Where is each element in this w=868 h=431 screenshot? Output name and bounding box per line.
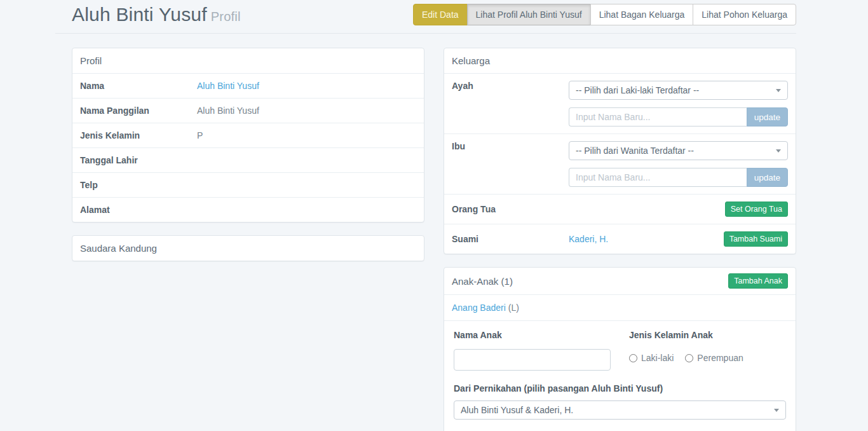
child-name-link[interactable]: Anang Baderi: [452, 303, 506, 313]
father-update-button[interactable]: update: [747, 107, 788, 127]
family-row-suami: Suami Kaderi, H. Tambah Suami: [444, 224, 796, 254]
children-panel-title: Anak-Anak (1): [452, 276, 513, 287]
profile-row-nama: Nama Aluh Binti Yusuf: [72, 73, 424, 98]
profile-panel: Profil Nama Aluh Binti Yusuf Nama Panggi…: [72, 48, 424, 222]
child-name-field-group: Nama Anak: [454, 330, 611, 371]
child-gender-suffix: (L): [506, 303, 519, 313]
laki-laki-radio[interactable]: [629, 354, 637, 362]
marriage-label: Dari Pernikahan (pilih pasangan Aluh Bin…: [454, 383, 786, 393]
mother-name-input[interactable]: [569, 168, 747, 187]
child-gender-radio-row: Laki-laki Perempuan: [629, 353, 743, 363]
tambah-anak-header-button[interactable]: Tambah Anak: [728, 273, 788, 289]
chevron-down-icon: [776, 149, 781, 153]
header-divider: [55, 33, 796, 34]
lihat-pohon-keluarga-button[interactable]: Lihat Pohon Keluarga: [693, 4, 796, 25]
chevron-down-icon: [776, 89, 781, 92]
family-row-orang-tua: Orang Tua Set Orang Tua: [444, 194, 796, 224]
profile-row-label: Alamat: [80, 205, 197, 215]
child-name-label: Nama Anak: [454, 330, 611, 340]
radio-option-label: Perempuan: [697, 353, 743, 363]
profile-row-nama-panggilan: Nama Panggilan Aluh Binti Yusuf: [72, 98, 424, 123]
profile-row-alamat: Alamat: [72, 197, 424, 222]
lihat-bagan-keluarga-button[interactable]: Lihat Bagan Keluarga: [590, 4, 694, 25]
profile-row-value: Aluh Binti Yusuf: [197, 106, 259, 116]
mother-select-value: -- Pilih dari Wanita Terdaftar --: [576, 146, 694, 156]
chevron-down-icon: [774, 409, 779, 412]
father-select-value: -- Pilih dari Laki-laki Terdaftar --: [576, 85, 699, 95]
page-header: Aluh Binti YusufProfil Edit Data Lihat P…: [72, 0, 796, 25]
radio-option-laki-laki[interactable]: Laki-laki: [629, 353, 674, 363]
child-gender-label: Jenis Kelamin Anak: [629, 330, 743, 340]
child-name-input[interactable]: [454, 349, 611, 371]
page-container: Aluh Binti YusufProfil Edit Data Lihat P…: [72, 0, 796, 431]
profile-row-label: Tanggal Lahir: [80, 155, 197, 165]
profile-row-value: P: [197, 130, 203, 140]
family-row-label: Ayah: [452, 81, 569, 91]
profile-row-telp: Telp: [72, 172, 424, 197]
right-column: Keluarga Ayah -- Pilih dari Laki-laki Te…: [444, 48, 796, 431]
perempuan-radio[interactable]: [685, 354, 693, 362]
father-input-group: update: [569, 107, 788, 127]
family-panel-title: Keluarga: [444, 48, 796, 73]
profile-panel-title: Profil: [72, 48, 424, 73]
child-gender-field-group: Jenis Kelamin Anak Laki-laki Perempuan: [629, 330, 743, 371]
mother-input-group: update: [569, 168, 788, 187]
family-row-label: Ibu: [452, 141, 569, 151]
siblings-panel-title: Saudara Kandung: [72, 236, 424, 261]
children-panel-heading: Anak-Anak (1) Tambah Anak: [444, 268, 796, 294]
marriage-select[interactable]: Aluh Binti Yusuf & Kaderi, H.: [454, 400, 786, 420]
tambah-suami-button[interactable]: Tambah Suami: [724, 231, 788, 247]
family-panel: Keluarga Ayah -- Pilih dari Laki-laki Te…: [444, 48, 796, 254]
children-panel: Anak-Anak (1) Tambah Anak Anang Baderi (…: [444, 267, 796, 431]
profile-row-label: Nama: [80, 81, 197, 91]
family-row-ibu: Ibu -- Pilih dari Wanita Terdaftar -- up…: [444, 133, 796, 194]
family-row-label: Suami: [452, 234, 569, 244]
father-select[interactable]: -- Pilih dari Laki-laki Terdaftar --: [569, 81, 788, 100]
child-list-item: Anang Baderi (L): [444, 294, 796, 320]
father-controls: -- Pilih dari Laki-laki Terdaftar -- upd…: [569, 81, 788, 127]
person-name: Aluh Binti Yusuf: [72, 4, 207, 25]
profile-name-link[interactable]: Aluh Binti Yusuf: [197, 81, 259, 91]
page-subtitle: Profil: [211, 10, 241, 24]
mother-controls: -- Pilih dari Wanita Terdaftar -- update: [569, 141, 788, 187]
husband-link[interactable]: Kaderi, H.: [569, 234, 608, 244]
siblings-panel: Saudara Kandung: [72, 235, 424, 261]
profile-row-tanggal-lahir: Tanggal Lahir: [72, 147, 424, 172]
family-row-ayah: Ayah -- Pilih dari Laki-laki Terdaftar -…: [444, 73, 796, 133]
radio-option-perempuan[interactable]: Perempuan: [685, 353, 743, 363]
page-title: Aluh Binti YusufProfil: [72, 4, 241, 25]
left-column: Profil Nama Aluh Binti Yusuf Nama Panggi…: [72, 48, 424, 274]
profile-row-label: Nama Panggilan: [80, 106, 197, 116]
profile-row-label: Jenis Kelamin: [80, 130, 197, 140]
marriage-select-value: Aluh Binti Yusuf & Kaderi, H.: [461, 405, 573, 415]
edit-data-button[interactable]: Edit Data: [413, 4, 468, 25]
mother-select[interactable]: -- Pilih dari Wanita Terdaftar --: [569, 141, 788, 160]
view-switch-button-group: Edit Data Lihat Profil Aluh Binti Yusuf …: [413, 4, 796, 25]
family-row-label: Orang Tua: [452, 204, 496, 214]
profile-row-label: Telp: [80, 180, 197, 190]
mother-update-button[interactable]: update: [747, 168, 788, 187]
profile-row-jenis-kelamin: Jenis Kelamin P: [72, 123, 424, 147]
father-name-input[interactable]: [569, 107, 747, 127]
add-child-form: Nama Anak Jenis Kelamin Anak Laki-laki: [444, 320, 796, 431]
add-child-form-grid: Nama Anak Jenis Kelamin Anak Laki-laki: [454, 330, 786, 371]
set-orang-tua-button[interactable]: Set Orang Tua: [725, 202, 788, 217]
radio-option-label: Laki-laki: [641, 353, 674, 363]
lihat-profil-button[interactable]: Lihat Profil Aluh Binti Yusuf: [467, 4, 591, 25]
